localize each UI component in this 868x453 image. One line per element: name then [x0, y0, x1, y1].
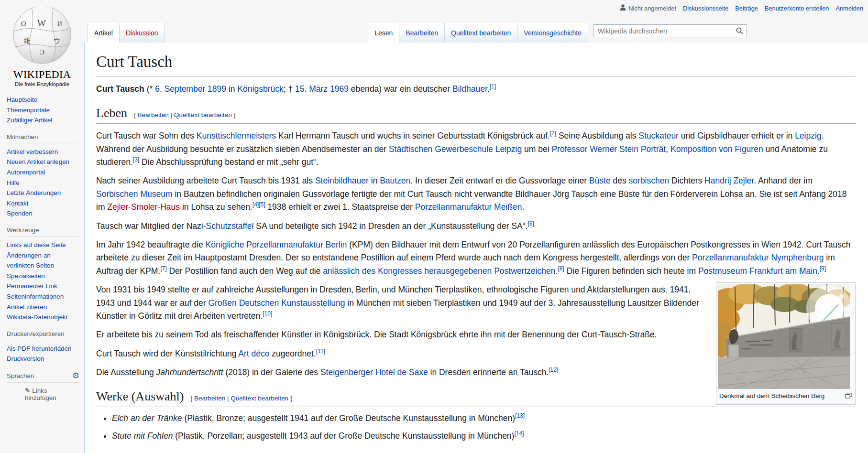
- wiki-link[interactable]: Steigenberger Hotel de Saxe: [320, 367, 428, 377]
- search-icon[interactable]: [736, 27, 743, 34]
- list-item: Kontakt: [7, 198, 79, 209]
- sidebar-item-artikel-verbessern[interactable]: Artikel verbessern: [7, 148, 58, 155]
- search-input[interactable]: [593, 24, 747, 37]
- list-item: Permanenter Link: [7, 281, 79, 291]
- sidebar-item-hauptseite[interactable]: Hauptseite: [7, 96, 37, 103]
- wikipedia-page: Nicht angemeldet DiskussionsseiteBeiträg…: [0, 0, 868, 453]
- footnote-ref[interactable]: [9]: [820, 265, 826, 272]
- wiki-link[interactable]: Porzellanmanufaktur Meißen: [415, 202, 522, 212]
- list-item: Hauptseite: [7, 95, 79, 105]
- wiki-link[interactable]: Sorbischen Museum: [96, 189, 173, 199]
- italic-text: Elch an der Tränke: [112, 413, 182, 423]
- gear-icon[interactable]: ⚙: [72, 372, 79, 380]
- footnote-ref[interactable]: [8]: [558, 265, 564, 272]
- thumbnail-box[interactable]: Denkmal auf dem Scheibischen Berg: [716, 282, 856, 405]
- sidebar-item-neuen-artikel-anlegen[interactable]: Neuen Artikel anlegen: [7, 158, 69, 165]
- footnote-ref[interactable]: [14]: [514, 430, 524, 437]
- sidebar-item-links-auf-diese-seite[interactable]: Links auf diese Seite: [7, 241, 66, 248]
- personal-link-benutzerkonto-erstellen[interactable]: Benutzerkonto erstellen: [765, 5, 829, 12]
- wiki-link[interactable]: Kunsttischlermeisters: [197, 131, 276, 140]
- wiki-link[interactable]: sorbischen: [629, 176, 670, 185]
- wiki-link[interactable]: Postmuseum Frankfurt am Main: [698, 266, 817, 276]
- wiki-link[interactable]: Professor Werner Stein: [551, 144, 638, 154]
- wiki-link[interactable]: Porträt, Komposition von Figuren: [641, 144, 763, 154]
- sidebar-item-wikidata-datenobjekt[interactable]: Wikidata-Datenobjekt: [7, 313, 67, 321]
- tab-diskussion[interactable]: Diskussion: [119, 23, 165, 43]
- wiki-link[interactable]: Königliche Porzellanmanufaktur Berlin: [206, 240, 347, 249]
- wiki-link[interactable]: Stuckateur: [638, 131, 679, 140]
- sidebar-item-artikel-zitieren[interactable]: Artikel zitieren: [7, 303, 47, 311]
- sidebar-heading-drucken-exportieren: Drucken/exportieren: [7, 330, 79, 340]
- wiki-link[interactable]: Schutzstaffel: [206, 221, 254, 231]
- wiki-link[interactable]: 1899: [208, 84, 226, 94]
- edit-source-link[interactable]: Quelltext bearbeiten: [174, 111, 232, 119]
- wiki-link[interactable]: Porzellanmanufaktur Nymphenburg: [692, 253, 824, 262]
- sidebar-item-autorenportal[interactable]: Autorenportal: [7, 169, 45, 176]
- sidebar-item-seiteninformationen[interactable]: Seiteninformationen: [7, 293, 64, 300]
- personal-links: DiskussionsseiteBeiträgeBenutzerkonto er…: [683, 5, 863, 12]
- footnote-ref[interactable]: [12]: [549, 367, 558, 373]
- edit-section: [ Bearbeiten | Quelltext bearbeiten ]: [190, 395, 292, 402]
- sidebar-item-änderungen-an-verlinkten-seiten[interactable]: Änderungen an verlinkten Seiten: [7, 252, 54, 270]
- sidebar-item-druckversion[interactable]: Druckversion: [7, 355, 44, 362]
- footnote-ref[interactable]: [11]: [316, 348, 325, 355]
- memorial-photo[interactable]: [718, 284, 850, 389]
- list-item: Themenportale: [7, 105, 79, 116]
- sidebar-item-zufälliger-artikel[interactable]: Zufälliger Artikel: [7, 117, 52, 124]
- tab-lesen[interactable]: Lesen: [368, 23, 399, 43]
- wiki-link[interactable]: Großen Deutschen Kunstausstellung: [208, 298, 345, 308]
- svg-text:Ω: Ω: [21, 20, 26, 28]
- footnote-ref[interactable]: [4][5]: [253, 201, 265, 208]
- wiki-link[interactable]: 1969: [330, 84, 349, 94]
- footnote-ref[interactable]: [1]: [490, 83, 496, 90]
- wikipedia-logo[interactable]: W Ω И 維 ウ Э WIKIPEDIA Die freie Enzyklop…: [0, 2, 84, 87]
- tab-versionsgeschichte[interactable]: Versionsgeschichte: [517, 23, 588, 43]
- puzzle-globe-icon[interactable]: W Ω И 維 ウ Э: [0, 2, 84, 67]
- footnote-ref[interactable]: [10]: [263, 310, 272, 317]
- edit-section-link[interactable]: Bearbeiten: [137, 111, 168, 119]
- sidebar-item-themenportale[interactable]: Themenportale: [7, 107, 50, 114]
- sidebar-item-permanenter-link[interactable]: Permanenter Link: [7, 282, 57, 290]
- edit-source-link[interactable]: Quelltext bearbeiten: [231, 395, 288, 402]
- sidebar-item-letzte-änderungen[interactable]: Letzte Änderungen: [7, 189, 61, 196]
- personal-link-anmelden[interactable]: Anmelden: [835, 5, 863, 12]
- footnote-ref[interactable]: [6]: [527, 220, 534, 227]
- user-icon: [620, 4, 626, 12]
- tab-quelltext-bearbeiten[interactable]: Quelltext bearbeiten: [444, 23, 517, 43]
- tab-artikel[interactable]: Artikel: [88, 23, 119, 43]
- wiki-link[interactable]: Leipzig: [795, 131, 821, 140]
- wiki-redlink[interactable]: Zejler-Smoler-Haus: [107, 202, 180, 212]
- footnote-ref[interactable]: [13]: [515, 412, 525, 419]
- enlarge-icon[interactable]: [845, 393, 852, 399]
- sidebar-item-spezialseiten[interactable]: Spezialseiten: [7, 272, 45, 280]
- add-language-links-button[interactable]: ✎Links hinzufügen: [7, 387, 79, 401]
- personal-link-diskussionsseite[interactable]: Diskussionsseite: [683, 5, 728, 12]
- wiki-link[interactable]: Königsbrück: [237, 84, 283, 94]
- wiki-link[interactable]: Art déco: [238, 349, 269, 358]
- wiki-link[interactable]: Handrij Zejler: [704, 176, 754, 185]
- wiki-link[interactable]: Steinbildhauer: [315, 176, 369, 185]
- sidebar-item-als-pdf-herunterladen[interactable]: Als PDF herunterladen: [7, 345, 71, 352]
- tab-bearbeiten[interactable]: Bearbeiten: [399, 23, 444, 43]
- wiki-link[interactable]: Bildhauer: [452, 84, 487, 94]
- footnote-ref[interactable]: [3]: [133, 156, 139, 163]
- personal-bar: Nicht angemeldet DiskussionsseiteBeiträg…: [620, 4, 863, 12]
- edit-section-link[interactable]: Bearbeiten: [194, 395, 225, 402]
- footnote-ref[interactable]: [2]: [550, 130, 556, 137]
- sidebar-item-spenden[interactable]: Spenden: [7, 210, 33, 217]
- list-item: Artikel zitieren: [7, 302, 79, 313]
- italic-text: Jahrhundertschritt: [156, 367, 223, 377]
- wiki-link[interactable]: Städtischen Gewerbeschule Leipzig: [389, 144, 522, 154]
- wiki-link[interactable]: 6. September: [155, 84, 205, 94]
- wiki-link[interactable]: anlässlich des Kongresses herausgegebene…: [323, 266, 555, 276]
- footnote-ref[interactable]: [7]: [160, 265, 166, 272]
- sidebar-item-hilfe[interactable]: Hilfe: [7, 179, 20, 186]
- svg-text:ウ: ウ: [54, 37, 61, 44]
- bracket: ]: [288, 395, 292, 402]
- list-item: Zufälliger Artikel: [7, 115, 79, 126]
- personal-link-beiträge[interactable]: Beiträge: [735, 5, 758, 12]
- sidebar-item-kontakt[interactable]: Kontakt: [7, 200, 28, 207]
- wiki-link[interactable]: Büste: [589, 176, 611, 185]
- wiki-link[interactable]: Bautzen: [380, 176, 410, 185]
- wiki-link[interactable]: 15. März: [295, 84, 328, 94]
